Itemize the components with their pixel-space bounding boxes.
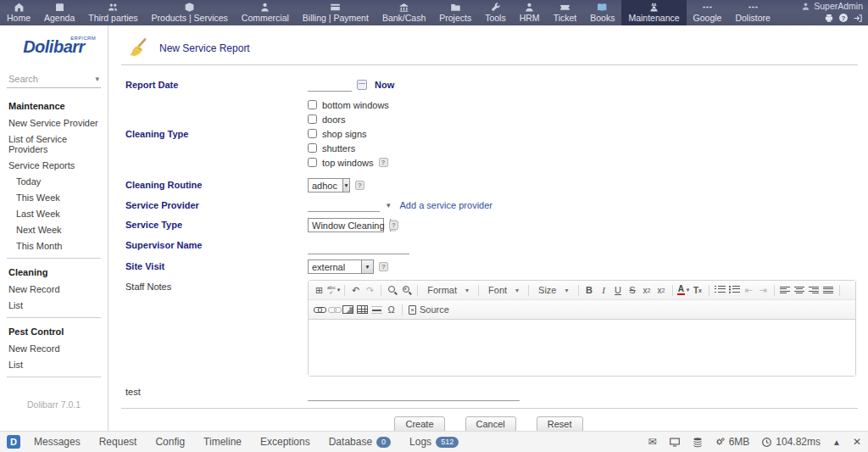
indent-button[interactable]: ⇥ [756,283,771,297]
sidebar-item-service-reports[interactable]: Service Reports [0,157,108,173]
sidebar-item-list[interactable]: List [0,297,108,313]
test-input[interactable] [308,388,520,401]
dolibarr-logo[interactable]: Dolibarr ERP/CRM [0,25,108,60]
debugbar-tab-messages[interactable]: Messages [34,436,81,448]
align-center-button[interactable] [793,283,807,297]
debugbar-tab-database[interactable]: Database0 [329,436,391,448]
user-menu[interactable]: SuperAdmin [801,0,863,12]
chevron-down-icon[interactable]: ▾ [95,75,99,83]
search-input[interactable]: Search [8,74,38,84]
checkbox-shutters[interactable] [308,143,317,153]
calendar-picker-icon[interactable] [357,80,367,90]
service-type-select[interactable]: Window Cleaning ▼ [308,218,384,232]
printer-icon[interactable] [824,14,834,23]
editor-content-area[interactable] [309,320,855,376]
cancel-button[interactable]: Cancel [465,416,516,431]
cleaning-routine-select[interactable]: adhoc ▼ [308,178,350,193]
add-service-provider-link[interactable]: Add a service provider [400,200,492,210]
table-icon[interactable] [355,303,370,316]
close-icon[interactable]: ✕ [853,436,861,448]
menu-item-tools[interactable]: Tools [478,0,513,25]
sidebar-item-list[interactable]: List [0,356,108,372]
superscript-button[interactable]: x2 [654,283,669,297]
menu-item-bank-cash[interactable]: Bank/Cash [376,0,432,25]
checkbox-shop-signs[interactable] [308,129,317,138]
cleaning-type-help-icon[interactable]: ? [379,158,388,167]
sidebar-item-list-of-service-providers[interactable]: List of Service Providers [0,131,108,157]
align-justify-button[interactable] [821,283,836,297]
format-dropdown[interactable]: Format▾ [421,283,475,297]
text-color-button[interactable]: A▾ [676,283,691,297]
menu-item-products-services[interactable]: Products | Services [145,0,235,25]
sidebar-item-new-service-provider[interactable]: New Service Provider [0,114,108,131]
menu-item-google[interactable]: Google [687,0,729,25]
sidebar-item-next-week[interactable]: Next Week [0,221,108,237]
strikethrough-button[interactable]: S [626,283,640,297]
unlink-icon[interactable] [326,303,341,316]
align-left-button[interactable] [778,283,793,297]
sidebar-section-pest-control[interactable]: Pest Control [0,322,108,340]
site-visit-help-icon[interactable]: ? [379,262,388,271]
combo-caret-icon[interactable]: ▾ [387,201,391,209]
remove-format-button[interactable]: Tx [691,283,705,297]
align-right-button[interactable] [807,283,821,297]
menu-item-maintenance[interactable]: Maintenance [621,0,686,25]
service-type-help-icon[interactable]: ? [389,220,398,230]
create-button[interactable]: Create [394,416,444,431]
debugbar-tab-config[interactable]: Config [155,436,185,448]
bullet-list-button[interactable] [727,283,742,297]
menu-item-books[interactable]: Books [583,0,621,25]
monitor-icon[interactable] [669,437,681,448]
image-icon[interactable] [341,303,355,316]
sidebar-item-today[interactable]: Today [0,173,108,189]
spellcheck-icon[interactable]: abc✓▾ [326,283,341,297]
sidebar-item-new-record[interactable]: New Record [0,340,108,356]
menu-item-third-parties[interactable]: Third parties [81,0,144,25]
checkbox-doors[interactable] [308,114,317,124]
source-button[interactable]: aSource [406,304,452,315]
cleaning-routine-help-icon[interactable]: ? [355,181,364,190]
numbered-list-button[interactable] [713,283,727,297]
debugbar-tab-logs[interactable]: Logs512 [409,436,459,448]
sidebar-item-new-record[interactable]: New Record [0,281,108,297]
debugbar-tab-timeline[interactable]: Timeline [203,436,242,448]
font-dropdown[interactable]: Font▾ [482,283,525,297]
report-date-input[interactable] [308,79,352,92]
menu-item-dolistore[interactable]: Dolistore [728,0,776,25]
undo-icon[interactable]: ↶ [348,283,363,297]
menu-item-billing-payment[interactable]: Billing | Payment [296,0,376,25]
now-link[interactable]: Now [375,80,394,90]
debugbar-logo[interactable]: D [7,435,20,449]
sidebar-item-last-week[interactable]: Last Week [0,205,108,221]
logout-icon[interactable] [853,14,863,23]
menu-item-projects[interactable]: Projects [432,0,478,25]
replace-icon[interactable]: a [399,283,414,297]
sidebar-section-cleaning[interactable]: Cleaning [0,263,108,281]
redo-icon[interactable]: ↷ [363,283,377,297]
underline-button[interactable]: U [611,283,626,297]
mail-icon[interactable]: ✉ [648,436,657,448]
database-stack-icon[interactable] [693,437,703,448]
sidebar-item-this-month[interactable]: This Month [0,237,108,254]
supervisor-name-input[interactable] [308,242,409,254]
horizontal-rule-icon[interactable] [370,303,384,316]
menu-item-hrm[interactable]: HRM [513,0,547,25]
link-icon[interactable] [312,303,326,316]
outdent-button[interactable]: ⇤ [742,283,756,297]
collapse-icon[interactable]: ▲ [832,438,841,447]
sidebar-item-this-week[interactable]: This Week [0,189,108,205]
service-provider-input[interactable] [308,199,380,212]
find-icon[interactable] [385,283,399,297]
checkbox-top-windows[interactable] [308,158,317,167]
menu-item-home[interactable]: Home [0,0,37,25]
menu-item-ticket[interactable]: Ticket [547,0,584,25]
help-icon[interactable]: ? [839,14,848,22]
menu-item-commercial[interactable]: Commercial [235,0,296,25]
menu-item-agenda[interactable]: Agenda [37,0,81,25]
bold-button[interactable]: B [582,283,597,297]
site-visit-select[interactable]: external ▼ [308,259,374,274]
sidebar-search[interactable]: Search ▾ [7,72,101,88]
reset-button[interactable]: Reset [537,416,583,431]
italic-button[interactable]: I [597,283,611,297]
debugbar-tab-request[interactable]: Request [99,436,137,448]
